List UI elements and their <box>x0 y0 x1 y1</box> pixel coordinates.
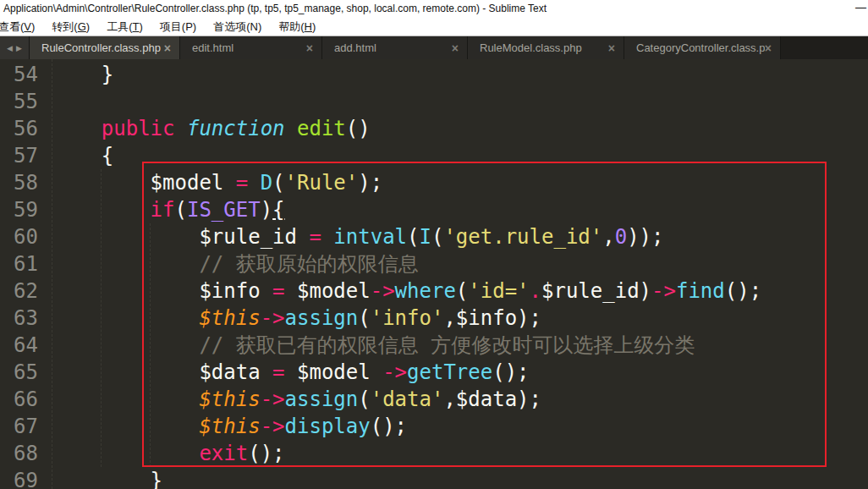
tab-close-icon[interactable]: × <box>306 42 313 54</box>
code-line: 68 exit(); <box>0 440 868 467</box>
code-line: 63 $this->assign('info',$info); <box>0 305 868 332</box>
menu-item[interactable]: 转到(G) <box>43 19 98 35</box>
code-text[interactable]: } <box>52 63 113 86</box>
tab-label: RuleController.class.php <box>41 41 161 54</box>
tab-label: RuleModel.class.php <box>480 41 582 54</box>
code-line: 61 // 获取原始的权限信息 <box>0 250 868 277</box>
line-number: 67 <box>0 415 52 438</box>
code-line: 66 $this->assign('data',$data); <box>0 386 868 413</box>
tab-CategoryController.class.php[interactable]: CategoryController.class.php× <box>624 36 781 59</box>
tab-add.html[interactable]: add.html× <box>322 36 468 59</box>
menu-item[interactable]: 工具(T) <box>98 19 151 35</box>
code-text[interactable]: $model = D('Rule'); <box>52 171 382 195</box>
tab-label: edit.html <box>192 41 233 54</box>
line-number: 56 <box>0 117 52 140</box>
code-line: 56 public function edit() <box>0 115 868 142</box>
line-number: 63 <box>0 306 52 330</box>
code-text[interactable]: $rule_id = intval(I('get.rule_id',0)); <box>52 225 664 249</box>
code-text[interactable]: $this->assign('data',$data); <box>52 387 541 411</box>
line-number: 69 <box>0 469 52 489</box>
line-number: 55 <box>0 90 52 113</box>
code-text[interactable]: if(IS_GET){ <box>52 198 285 222</box>
line-number: 61 <box>0 252 52 276</box>
code-line: 55 <box>0 88 868 115</box>
tab-bar: ◀ ▶ RuleController.class.php×edit.html×a… <box>0 36 868 59</box>
tab-label: add.html <box>334 41 376 54</box>
tab-close-icon[interactable]: × <box>452 42 459 54</box>
code-line: 65 $data = $model ->getTree(); <box>0 359 868 386</box>
line-number: 57 <box>0 144 52 168</box>
menu-item[interactable]: 首选项(N) <box>205 19 270 35</box>
tab-scroll-left-icon[interactable]: ◀ <box>7 44 13 52</box>
tab-RuleModel.class.php[interactable]: RuleModel.class.php× <box>468 36 624 59</box>
code-line: 69 } <box>0 467 868 489</box>
tab-close-icon[interactable]: × <box>765 42 772 54</box>
line-number: 54 <box>0 63 52 86</box>
code-line: 58 $model = D('Rule'); <box>0 169 868 196</box>
menu-item[interactable]: 项目(P) <box>151 19 205 35</box>
minimize-button[interactable]: — <box>855 0 866 16</box>
sublime-text-window: Application\Admin\Controller\RuleControl… <box>0 0 868 489</box>
code-text[interactable]: $this->assign('info',$info); <box>52 306 541 330</box>
tab-edit.html[interactable]: edit.html× <box>180 36 322 59</box>
line-number: 64 <box>0 333 52 357</box>
line-number: 68 <box>0 442 52 465</box>
code-line: 67 $this->display(); <box>0 413 868 440</box>
tab-scroll-right-icon[interactable]: ▶ <box>16 44 22 52</box>
code-line: 62 $info = $model->where('id='.$rule_id)… <box>0 277 868 305</box>
code-text[interactable]: $this->display(); <box>52 415 407 438</box>
code-text[interactable]: public function edit() <box>52 117 371 140</box>
code-text[interactable]: $info = $model->where('id='.$rule_id)->f… <box>52 279 761 303</box>
code-text[interactable]: { <box>52 144 113 168</box>
menu-item[interactable]: 查看(V) <box>0 19 43 35</box>
line-number: 66 <box>0 387 52 411</box>
window-title: Application\Admin\Controller\RuleControl… <box>0 3 547 14</box>
code-editor[interactable]: 54 }5556 public function edit()57 {58 $m… <box>0 59 868 489</box>
tab-label: CategoryController.class.php <box>636 41 765 54</box>
line-number: 59 <box>0 198 52 222</box>
menu-item[interactable]: 帮助(H) <box>270 19 324 35</box>
code-text[interactable]: } <box>52 469 162 489</box>
menu-bar: 查看(V)转到(G)工具(T)项目(P)首选项(N)帮助(H) <box>0 18 868 36</box>
code-text[interactable]: $data = $model ->getTree(); <box>52 360 530 384</box>
code-line: 54 } <box>0 61 868 88</box>
code-text[interactable]: exit(); <box>52 442 285 465</box>
code-line: 57 { <box>0 142 868 169</box>
tab-RuleController.class.php[interactable]: RuleController.class.php× <box>30 36 180 59</box>
code-text[interactable]: // 获取原始的权限信息 <box>52 250 419 277</box>
code-line: 60 $rule_id = intval(I('get.rule_id',0))… <box>0 223 868 250</box>
title-bar: Application\Admin\Controller\RuleControl… <box>0 0 868 18</box>
line-number: 65 <box>0 360 52 384</box>
tab-close-icon[interactable]: × <box>608 42 615 54</box>
code-line: 64 // 获取已有的权限信息 方便修改时可以选择上级分类 <box>0 332 868 359</box>
code-text[interactable]: // 获取已有的权限信息 方便修改时可以选择上级分类 <box>52 332 695 359</box>
tab-scroll-controls: ◀ ▶ <box>0 36 30 59</box>
line-number: 58 <box>0 171 52 195</box>
tab-close-icon[interactable]: × <box>164 42 171 54</box>
line-number: 60 <box>0 225 52 249</box>
code-line: 59 if(IS_GET){ <box>0 196 868 223</box>
line-number: 62 <box>0 279 52 303</box>
